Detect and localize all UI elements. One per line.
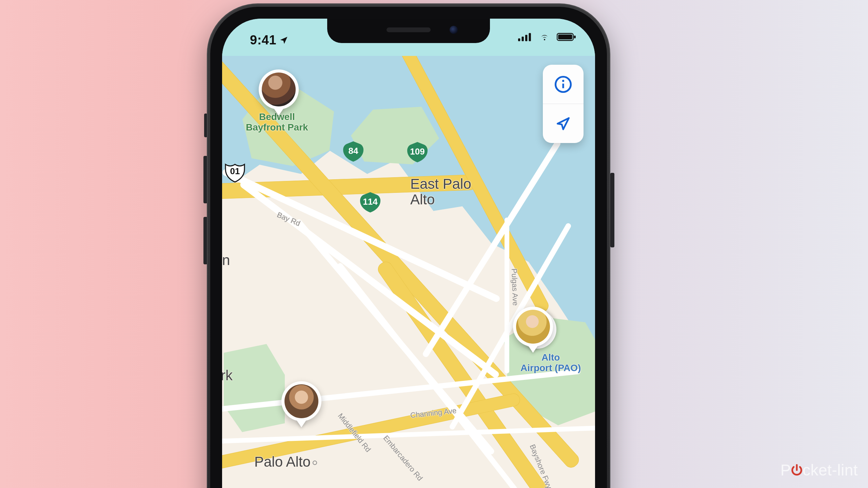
power-icon	[790, 463, 804, 477]
map-label-fragment-rk: rk	[222, 368, 233, 383]
map-label-airport-pao: Alto Airport (PAO)	[520, 352, 581, 373]
map-info-button[interactable]	[543, 65, 584, 104]
page-root: 9:41	[0, 0, 868, 488]
person-pin[interactable]	[513, 307, 553, 347]
location-services-icon	[279, 36, 289, 45]
avatar-icon	[284, 384, 318, 418]
map-view[interactable]: 01 84 109 114 Bedwell Bayfront Park East…	[222, 56, 595, 488]
svg-rect-6	[574, 36, 576, 38]
iphone-frame: 9:41	[207, 3, 610, 488]
person-pin[interactable]	[281, 381, 321, 421]
iphone-screen: 9:41	[222, 19, 595, 488]
map-locate-button[interactable]	[543, 104, 584, 143]
svg-point-9	[562, 80, 564, 82]
wifi-icon	[538, 32, 551, 42]
highway-shield-ca84: 84	[342, 141, 364, 162]
watermark-text: P	[781, 461, 791, 479]
highway-shield-us101: 01	[224, 161, 246, 183]
highway-shield-label: 01	[230, 166, 240, 177]
svg-rect-2	[525, 35, 527, 41]
svg-rect-0	[518, 38, 520, 41]
location-arrow-icon	[555, 115, 572, 132]
iphone-side-button	[610, 173, 614, 247]
svg-rect-3	[529, 33, 531, 41]
watermark-pocket-lint: P cket-lint	[781, 461, 858, 479]
map-label-city-palo-alto: Palo Alto	[254, 454, 319, 470]
iphone-notch	[327, 19, 490, 43]
map-label-fragment-n: n	[222, 252, 230, 268]
map-controls	[543, 65, 584, 143]
person-pin[interactable]	[259, 69, 299, 109]
status-time-group: 9:41	[250, 33, 289, 47]
info-icon	[554, 75, 572, 94]
status-time: 9:41	[250, 33, 276, 47]
avatar-icon	[516, 310, 550, 344]
highway-shield-label: 114	[363, 197, 377, 207]
map-label-city-east-palo-alto: East Palo Alto	[410, 176, 471, 207]
highway-shield-ca109: 109	[407, 141, 428, 163]
svg-rect-1	[522, 37, 524, 41]
highway-shield-label: 109	[410, 146, 425, 157]
avatar-icon	[262, 73, 296, 106]
iphone-front-camera	[450, 26, 458, 34]
poi-dot-icon	[313, 461, 317, 465]
cellular-signal-icon	[518, 32, 532, 42]
battery-icon	[557, 32, 576, 42]
map-road	[505, 218, 509, 373]
highway-shield-label: 84	[349, 146, 358, 156]
iphone-speaker	[387, 27, 431, 32]
map-label-street-pulgas-ave: Pulgas Ave	[510, 268, 519, 306]
watermark-text: cket-lint	[803, 461, 858, 479]
status-right-group	[518, 32, 576, 42]
svg-rect-5	[558, 35, 572, 40]
highway-shield-ca114: 114	[359, 191, 381, 213]
